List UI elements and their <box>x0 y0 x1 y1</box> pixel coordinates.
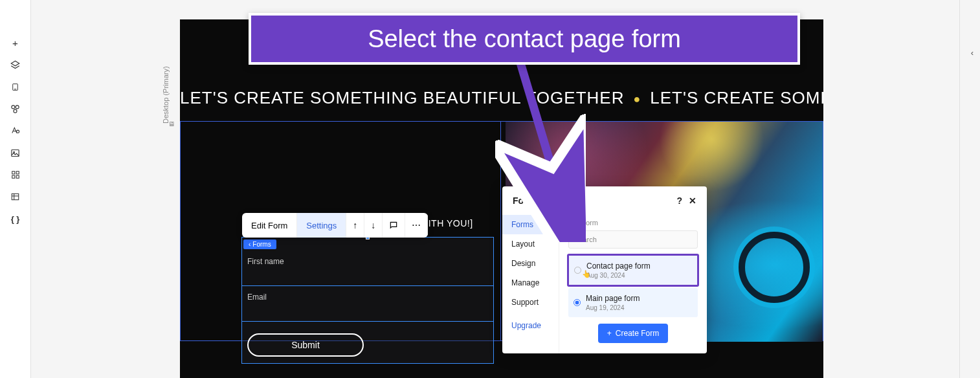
svg-point-7 <box>17 130 19 133</box>
submit-button[interactable]: Submit <box>247 333 364 357</box>
form-item-main[interactable]: Main page form Aug 19, 2024 <box>568 288 698 317</box>
nav-manage[interactable]: Manage <box>502 273 559 293</box>
svg-rect-12 <box>12 175 14 178</box>
svg-point-5 <box>14 109 17 113</box>
form-settings-panel: Form ? ✕ Forms Layout Design Manage Supp… <box>502 186 707 353</box>
page-icon[interactable] <box>10 82 21 92</box>
arrow-down-icon[interactable]: ↓ <box>364 213 383 238</box>
layers-icon[interactable] <box>10 60 21 70</box>
form-item-name: Contact page form <box>586 261 692 271</box>
breakpoint-label: Desktop (Primary) <box>162 66 170 124</box>
choose-form-label: se a form <box>568 219 698 227</box>
chevron-left-icon[interactable]: ‹ <box>971 48 974 58</box>
close-icon[interactable]: ✕ <box>689 195 696 206</box>
table-icon[interactable] <box>10 192 21 202</box>
apps-icon[interactable] <box>10 170 21 180</box>
upgrade-link[interactable]: Upgrade <box>502 312 559 339</box>
form-item-date: Aug 19, 2024 <box>586 304 693 311</box>
add-icon[interactable]: + <box>10 38 21 48</box>
svg-rect-13 <box>16 175 19 178</box>
image-icon[interactable] <box>10 148 21 158</box>
arrow-up-icon[interactable]: ↑ <box>346 213 364 238</box>
element-toolbar: Edit Form Settings ↑ ↓ ⋯ <box>242 213 428 238</box>
callout-text: Select the contact page form <box>368 25 681 53</box>
comment-icon[interactable] <box>383 213 405 238</box>
more-icon[interactable]: ⋯ <box>405 213 428 238</box>
search-input[interactable]: Search <box>568 230 698 249</box>
form-item-date: Aug 30, 2024 <box>586 272 692 279</box>
panel-title: Form <box>513 195 535 206</box>
radio-icon <box>574 267 581 274</box>
nav-design[interactable]: Design <box>502 254 559 273</box>
svg-point-4 <box>16 105 19 108</box>
email-field[interactable]: Email <box>242 286 493 322</box>
svg-rect-11 <box>16 172 19 174</box>
svg-point-3 <box>12 105 15 108</box>
help-icon[interactable]: ? <box>676 195 682 206</box>
right-panel-collapsed: ‹ <box>959 0 980 378</box>
text-icon[interactable] <box>10 126 21 136</box>
code-icon[interactable]: { } <box>10 214 21 224</box>
nav-forms[interactable]: Forms <box>502 215 559 234</box>
form-item-contact[interactable]: 👆 Contact page form Aug 30, 2024 <box>567 254 699 287</box>
create-form-button[interactable]: + Create Form <box>598 324 668 343</box>
first-name-field[interactable]: First name <box>242 250 493 286</box>
forms-badge[interactable]: ‹Forms <box>243 239 276 249</box>
form-element-selected[interactable]: ‹Forms First name Email Submit <box>241 237 494 364</box>
instruction-callout: Select the contact page form <box>249 13 800 65</box>
marquee-banner[interactable]: LET'S CREATE SOMETHING BEAUTIFUL TOGETHE… <box>180 82 823 115</box>
svg-rect-10 <box>12 172 14 174</box>
column-divider <box>500 122 501 340</box>
nav-layout[interactable]: Layout <box>502 234 559 254</box>
svg-marker-0 <box>11 61 19 66</box>
left-toolbar: + { } <box>0 0 31 378</box>
edit-form-button[interactable]: Edit Form <box>242 213 297 238</box>
form-item-name: Main page form <box>586 294 693 303</box>
settings-button[interactable]: Settings <box>297 213 346 238</box>
shapes-icon[interactable] <box>10 104 21 114</box>
cursor-icon: 👆 <box>582 270 591 278</box>
radio-icon <box>574 299 581 306</box>
svg-rect-14 <box>12 194 19 199</box>
nav-support[interactable]: Support <box>502 293 559 312</box>
plus-icon: + <box>607 329 612 338</box>
desktop-icon: 🖥 <box>168 120 175 128</box>
panel-nav: Forms Layout Design Manage Support Upgra… <box>502 212 559 353</box>
svg-rect-8 <box>12 150 19 156</box>
